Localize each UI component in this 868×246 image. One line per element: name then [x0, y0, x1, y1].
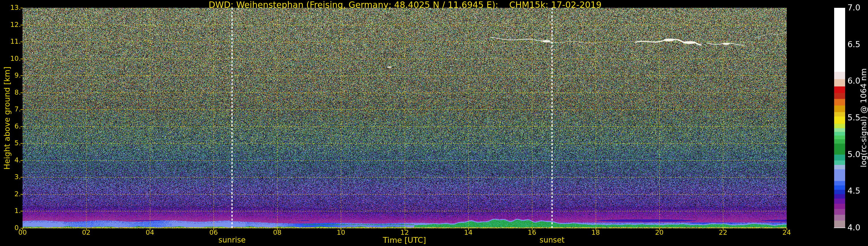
colorbar-tick-label: 5.0 [847, 151, 861, 159]
y-axis-label: Height above ground [km] [3, 67, 11, 170]
x-tick-label: 18 [591, 229, 600, 236]
x-tick-label: 10 [337, 229, 345, 236]
colorbar-tick-label: 6.5 [847, 40, 861, 49]
y-tick-label: 11. [0, 38, 21, 45]
y-tick-label: 12. [0, 22, 21, 28]
x-tick-label: 08 [273, 229, 281, 236]
y-tick-label: 2. [0, 191, 21, 197]
x-tick-label: 00 [18, 229, 27, 236]
x-tick-label: 02 [82, 229, 90, 236]
y-tick-label: 6. [0, 123, 21, 130]
y-tick-label: 3. [0, 174, 21, 180]
lidar-quicklook-figure: DWD: Weihenstephan (Freising, Germany; 4… [0, 0, 868, 246]
x-tick-label: 06 [210, 229, 218, 236]
y-tick-label: 0. [0, 224, 21, 231]
x-axis-label: Time [UTC] [383, 236, 426, 244]
x-tick-label: 22 [719, 229, 727, 236]
sunrise-annotation: sunrise [218, 236, 246, 244]
x-tick-label: 16 [528, 229, 536, 236]
x-tick-label: 20 [655, 229, 663, 236]
y-tick-label: 8. [0, 89, 21, 96]
colorbar-tick-label: 4.0 [847, 224, 861, 232]
colorbar-tick-label: 6.0 [847, 77, 861, 85]
x-tick-label: 24 [782, 229, 791, 236]
page-title: DWD: Weihenstephan (Freising, Germany; 4… [209, 1, 601, 9]
y-tick-label: 7. [0, 106, 21, 113]
backscatter-heatmap-canvas [0, 0, 868, 246]
colorbar-label: log(rc-signal) @ 1064 nm [860, 68, 867, 167]
colorbar-tick-label: 7.0 [847, 4, 861, 12]
y-tick-label: 4. [0, 157, 21, 163]
sunset-annotation: sunset [539, 236, 564, 244]
y-tick-label: 1. [0, 208, 21, 214]
y-tick-label: 5. [0, 140, 21, 147]
y-tick-label: 10. [0, 55, 21, 62]
colorbar-tick-label: 4.5 [847, 187, 861, 195]
y-tick-label: 13. [0, 4, 21, 11]
x-tick-label: 12 [400, 229, 409, 236]
y-tick-label: 9. [0, 72, 21, 79]
colorbar-tick-label: 5.5 [847, 114, 861, 122]
x-tick-label: 04 [146, 229, 154, 236]
x-tick-label: 14 [464, 229, 472, 236]
